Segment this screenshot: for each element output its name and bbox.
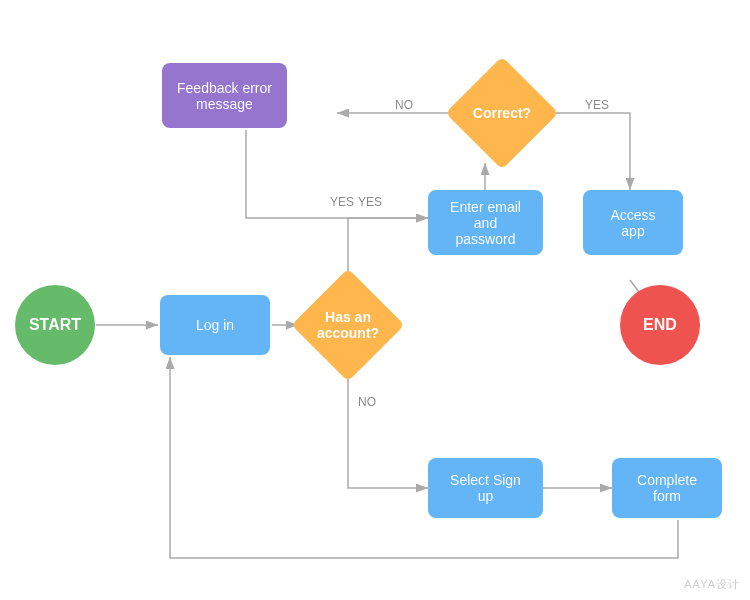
no-label-correct: NO (395, 98, 413, 112)
enter-email-label: Enter email and password (442, 199, 529, 247)
access-app-node: Access app (583, 190, 683, 255)
yes-label-has-account: YES (330, 195, 354, 209)
yes-label-display: YES (358, 195, 382, 209)
complete-form-node: Complete form (612, 458, 722, 518)
feedback-node: Feedback error message (162, 63, 287, 128)
yes-label-correct: YES (585, 98, 609, 112)
complete-form-label: Complete form (626, 472, 708, 504)
enter-email-node: Enter email and password (428, 190, 543, 255)
select-signup-label: Select Sign up (442, 472, 529, 504)
no-label-has-account: NO (358, 395, 376, 409)
end-node: END (620, 285, 700, 365)
watermark: AAYA设计 (684, 577, 740, 592)
start-label: START (29, 316, 81, 334)
feedback-label: Feedback error message (176, 80, 273, 112)
correct-diamond (445, 56, 558, 169)
has-account-diamond (291, 268, 404, 381)
login-node: Log in (160, 295, 270, 355)
flowchart: YES YES NO YES NO START Log in Feedback … (0, 0, 750, 600)
end-label: END (643, 316, 677, 334)
start-node: START (15, 285, 95, 365)
correct-node: Correct? (452, 63, 552, 163)
access-app-label: Access app (597, 207, 669, 239)
select-signup-node: Select Sign up (428, 458, 543, 518)
has-account-node: Has an account? (298, 275, 398, 375)
login-label: Log in (196, 317, 234, 333)
